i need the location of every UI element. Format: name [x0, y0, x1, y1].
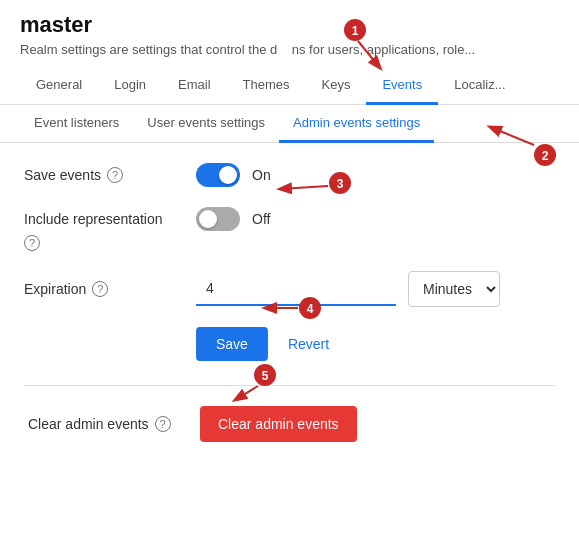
include-rep-help-icon[interactable]: ?: [24, 235, 40, 251]
expiration-row: Expiration ? Minutes Hours Days: [24, 271, 555, 307]
subtab-user-events[interactable]: User events settings: [133, 105, 279, 143]
save-button[interactable]: Save: [196, 327, 268, 361]
clear-events-help-icon[interactable]: ?: [155, 416, 171, 432]
save-events-label: Save events ?: [24, 167, 184, 183]
include-rep-help-row: ?: [24, 235, 555, 251]
save-events-row: Save events ? On: [24, 163, 555, 187]
page-title: master: [20, 12, 559, 38]
include-rep-slider: [196, 207, 240, 231]
clear-admin-events-button[interactable]: Clear admin events: [200, 406, 357, 442]
sub-tabs: Event listeners User events settings Adm…: [0, 105, 579, 143]
tab-events[interactable]: Events: [366, 67, 438, 105]
include-representation-row: Include representation Off: [24, 207, 555, 231]
include-rep-toggle-label: Off: [252, 211, 270, 227]
subtab-admin-events[interactable]: Admin events settings: [279, 105, 434, 143]
header-section: master Realm settings are settings that …: [0, 0, 579, 57]
include-rep-text: Include representation: [24, 211, 163, 227]
clear-events-row: Clear admin events ? Clear admin events: [24, 406, 555, 442]
save-events-toggle-label: On: [252, 167, 271, 183]
clear-events-label-text: Clear admin events: [28, 416, 149, 432]
include-rep-label: Include representation: [24, 211, 184, 227]
tab-keys[interactable]: Keys: [306, 67, 367, 105]
tab-general[interactable]: General: [20, 67, 98, 105]
include-rep-toggle[interactable]: [196, 207, 240, 231]
clear-events-label: Clear admin events ?: [28, 416, 188, 432]
page-subtitle: Realm settings are settings that control…: [20, 42, 559, 57]
expiration-input[interactable]: [196, 272, 396, 306]
tab-email[interactable]: Email: [162, 67, 227, 105]
minutes-select[interactable]: Minutes Hours Days: [408, 271, 500, 307]
section-divider: [24, 385, 555, 386]
save-events-help-icon[interactable]: ?: [107, 167, 123, 183]
main-content: Save events ? On Include representation …: [0, 143, 579, 462]
revert-button[interactable]: Revert: [284, 327, 333, 361]
expiration-help-icon[interactable]: ?: [92, 281, 108, 297]
save-events-text: Save events: [24, 167, 101, 183]
tab-localize[interactable]: Localiz...: [438, 67, 521, 105]
expiration-label: Expiration ?: [24, 281, 184, 297]
top-tabs: General Login Email Themes Keys Events L…: [0, 67, 579, 105]
save-events-slider: [196, 163, 240, 187]
subtab-event-listeners[interactable]: Event listeners: [20, 105, 133, 143]
save-events-toggle[interactable]: [196, 163, 240, 187]
expiration-text: Expiration: [24, 281, 86, 297]
action-row: Save Revert: [196, 327, 555, 361]
tab-themes[interactable]: Themes: [227, 67, 306, 105]
tab-login[interactable]: Login: [98, 67, 162, 105]
